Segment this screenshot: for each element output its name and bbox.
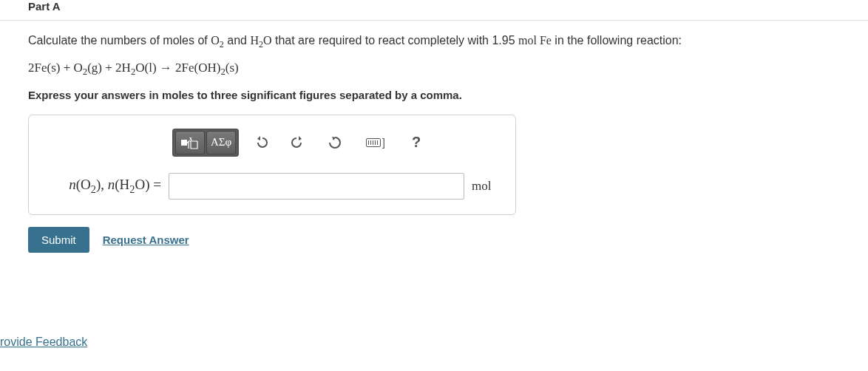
undo-button[interactable]: [246, 130, 276, 155]
answer-input[interactable]: [169, 173, 464, 200]
q-text-after: in the following reaction:: [552, 34, 682, 47]
lbl-comma: ,: [101, 177, 108, 192]
q-h2o: H2O: [250, 34, 271, 47]
instruction: Express your answers in moles to three s…: [28, 89, 868, 101]
q-mol: mol: [518, 34, 537, 47]
question-content: Calculate the numbers of moles of O2 and…: [0, 34, 868, 253]
variable-label: n(O2), n(H2O) =: [39, 177, 161, 196]
lbl-o2o: O: [81, 177, 91, 192]
part-header: Part A: [0, 0, 868, 21]
reset-icon: [328, 135, 342, 150]
keyboard-button[interactable]: ]: [357, 130, 394, 155]
eq-p5: O(l) → 2Fe(OH): [135, 61, 220, 75]
lbl-h2oo: O: [135, 177, 145, 192]
q-h2o-o: O: [263, 34, 272, 47]
q-h2o-h: H: [250, 34, 259, 47]
eq-p7: (s): [226, 61, 239, 75]
q-o2-o: O: [211, 34, 220, 47]
template-tool-button[interactable]: x: [175, 131, 205, 154]
q-fe: Fe: [537, 34, 552, 47]
eq-p3: (g) + 2H: [87, 61, 131, 75]
eq-p1: 2Fe(s) + O: [28, 61, 83, 75]
equation-toolbar: x ΑΣφ ] ?: [172, 129, 505, 157]
provide-feedback-link[interactable]: rovide Feedback: [0, 336, 87, 349]
help-button[interactable]: ?: [401, 130, 431, 155]
bracket-icon: ]: [382, 137, 385, 149]
submit-row: Submit Request Answer: [28, 227, 868, 253]
undo-icon: [254, 135, 268, 150]
reset-button[interactable]: [320, 130, 350, 155]
submit-button[interactable]: Submit: [28, 227, 89, 253]
redo-button[interactable]: [283, 130, 313, 155]
q-molfe: mol Fe: [518, 34, 552, 47]
question-text: Calculate the numbers of moles of O2 and…: [28, 34, 868, 50]
equation: 2Fe(s) + O2(g) + 2H2O(l) → 2Fe(OH)2(s): [28, 61, 868, 78]
input-row: n(O2), n(H2O) = mol: [39, 173, 505, 200]
q-text-mid: that are required to react completely wi…: [272, 34, 519, 47]
lbl-n2: n: [108, 177, 115, 192]
lbl-h2oh: H: [120, 177, 130, 192]
q-text-before: Calculate the numbers of moles of: [28, 34, 211, 47]
lbl-n1: n: [69, 177, 76, 192]
answer-box: x ΑΣφ ] ? n(O2), n(H2O) =: [28, 115, 516, 215]
tool-group-formatting: x ΑΣφ: [172, 129, 239, 157]
keyboard-icon: [366, 138, 381, 147]
q-o2: O2: [211, 34, 224, 47]
lbl-o22: 2: [91, 183, 96, 194]
svg-rect-0: [181, 140, 187, 146]
redo-icon: [291, 135, 305, 150]
lbl-eq: =: [150, 177, 161, 192]
greek-tool-button[interactable]: ΑΣφ: [206, 131, 236, 154]
request-answer-link[interactable]: Request Answer: [103, 234, 189, 246]
unit-label: mol: [472, 179, 491, 194]
template-icon: x: [180, 135, 200, 150]
q-and: and: [224, 34, 251, 47]
